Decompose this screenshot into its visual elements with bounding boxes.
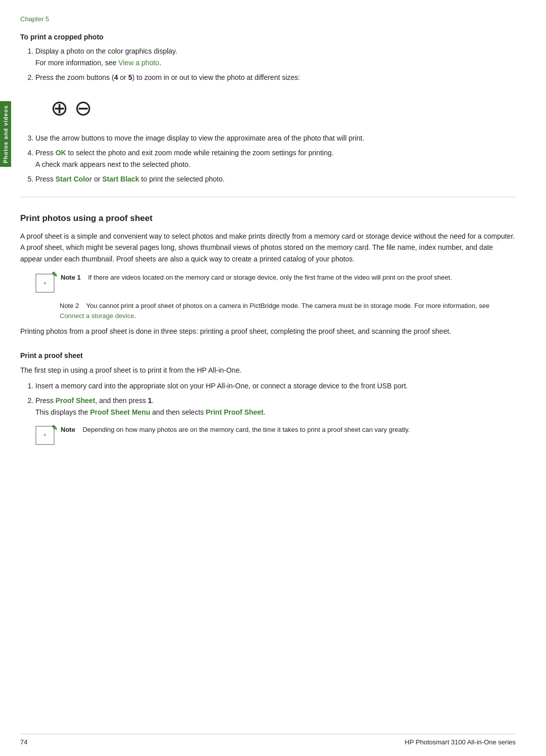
section3-step1-text: Insert a memory card into the appropriat… bbox=[35, 382, 408, 390]
note2-content: You cannot print a proof sheet of photos… bbox=[60, 302, 489, 320]
note-icon-lines2: ≡ bbox=[43, 432, 46, 439]
section3-intro: The first step in using a proof sheet is… bbox=[20, 365, 516, 376]
footer: 74 HP Photosmart 3100 All-in-One series bbox=[20, 734, 516, 746]
section3-note-icon: ≡ bbox=[35, 426, 55, 445]
step4-text: Press OK to select the photo and exit zo… bbox=[35, 149, 334, 157]
section3-note-box: ≡ Note Depending on how many photos are … bbox=[35, 425, 516, 445]
sidebar-label: Photos and videos bbox=[3, 105, 9, 163]
start-black-label: Start Black bbox=[102, 175, 139, 183]
note1-label: Note 1 bbox=[61, 274, 81, 281]
zoom-in-icon: ⊕ bbox=[51, 92, 68, 124]
sidebar-tab: Photos and videos bbox=[0, 101, 11, 167]
section3-note-spacer bbox=[77, 426, 81, 433]
list-item: Press Proof Sheet, and then press 1. Thi… bbox=[35, 395, 516, 445]
proof-sheet-menu-label: Proof Sheet Menu bbox=[90, 408, 150, 416]
section3-heading: Print a proof sheet bbox=[20, 351, 516, 360]
proof-sheet-label: Proof Sheet bbox=[56, 396, 96, 405]
ok-label: OK bbox=[56, 149, 66, 157]
print-proof-sheet-label: Print Proof Sheet bbox=[206, 408, 263, 416]
note1-spacer bbox=[82, 274, 86, 281]
start-color-label: Start Color bbox=[56, 175, 92, 183]
section2-heading: Print photos using a proof sheet bbox=[20, 213, 516, 224]
note2-spacer bbox=[81, 302, 84, 309]
section3-steps: Insert a memory card into the appropriat… bbox=[35, 381, 516, 445]
section2-body: A proof sheet is a simple and convenient… bbox=[20, 231, 516, 264]
step4-continuation: A check mark appears next to the selecte… bbox=[35, 159, 516, 170]
step1-text: Display a photo on the color graphics di… bbox=[35, 47, 177, 55]
footer-page-number: 74 bbox=[20, 738, 27, 746]
list-item: Press the zoom buttons (4 or 5) to zoom … bbox=[35, 72, 516, 124]
section3-step2-text: Press Proof Sheet, and then press 1. bbox=[35, 396, 154, 405]
step2-text: Press the zoom buttons (4 or 5) to zoom … bbox=[35, 73, 300, 81]
note1-box: ≡ Note 1 If there are videos located on … bbox=[35, 273, 516, 293]
note1-text: Note 1 If there are videos located on th… bbox=[61, 273, 452, 283]
connect-storage-link[interactable]: Connect a storage device bbox=[60, 312, 134, 320]
note-icon-lines: ≡ bbox=[43, 281, 46, 286]
step1-continuation: For more information, see View a photo. bbox=[35, 58, 516, 68]
section3-step2-continuation: This displays the Proof Sheet Menu and t… bbox=[35, 407, 516, 418]
step3-text: Use the arrow buttons to move the image … bbox=[35, 134, 365, 142]
note1-icon: ≡ bbox=[35, 274, 55, 293]
list-item: Insert a memory card into the appropriat… bbox=[35, 381, 516, 391]
section2-printing-text: Printing photos from a proof sheet is do… bbox=[20, 326, 516, 337]
bold-4: 4 bbox=[114, 73, 118, 81]
list-item: Press Start Color or Start Black to prin… bbox=[35, 174, 516, 185]
note2-box: Note 2 You cannot print a proof sheet of… bbox=[60, 301, 516, 321]
section1-steps: Display a photo on the color graphics di… bbox=[35, 46, 516, 185]
view-photo-link[interactable]: View a photo bbox=[118, 59, 159, 67]
zoom-out-icon: ⊖ bbox=[74, 92, 92, 124]
chapter-label: Chapter 5 bbox=[20, 15, 516, 23]
divider1 bbox=[20, 197, 516, 197]
zoom-icons: ⊕ ⊖ bbox=[51, 92, 516, 124]
list-item: Use the arrow buttons to move the image … bbox=[35, 133, 516, 144]
bold-5: 5 bbox=[128, 73, 132, 81]
list-item: Display a photo on the color graphics di… bbox=[35, 46, 516, 68]
section3-note-text: Note Depending on how many photos are on… bbox=[61, 425, 410, 435]
list-item: Press OK to select the photo and exit zo… bbox=[35, 148, 516, 170]
section3-note-label: Note bbox=[61, 426, 75, 433]
number-1: 1 bbox=[148, 396, 152, 405]
footer-product: HP Photosmart 3100 All-in-One series bbox=[405, 738, 516, 746]
note1-content: If there are videos located on the memor… bbox=[88, 274, 452, 281]
main-content: Chapter 5 To print a cropped photo Displ… bbox=[20, 0, 516, 483]
section3-note-content: Depending on how many photos are on the … bbox=[82, 426, 410, 433]
section1-heading: To print a cropped photo bbox=[20, 33, 516, 41]
note2-label: Note 2 bbox=[60, 302, 79, 309]
step5-text: Press Start Color or Start Black to prin… bbox=[35, 175, 224, 183]
